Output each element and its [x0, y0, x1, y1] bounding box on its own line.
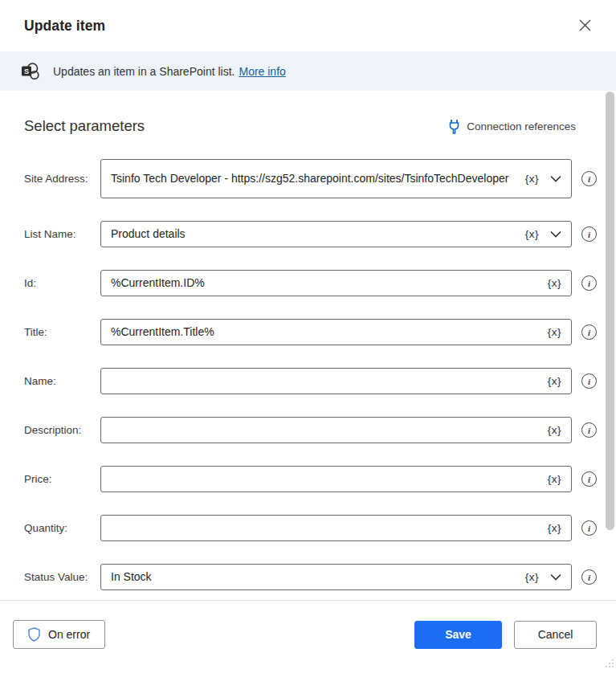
info-icon[interactable]: i [581, 471, 597, 487]
connection-references-button[interactable]: Connection references [449, 119, 576, 134]
update-item-dialog: Update item S Updates an item in a Share… [0, 0, 616, 673]
variable-picker-token[interactable]: {x} [546, 473, 563, 485]
dialog-content: Select parameters Connection references … [0, 91, 616, 590]
field-row-list-name: List Name: Product details {x} i [24, 221, 597, 247]
scrollbar-thumb[interactable] [606, 92, 614, 530]
quantity-input[interactable]: {x} [100, 515, 572, 541]
parameters-header: Select parameters Connection references [24, 117, 597, 135]
site-address-input[interactable]: Tsinfo Tech Developer - https://szg52.sh… [100, 159, 572, 198]
field-value: Product details [111, 226, 524, 242]
close-x-glyph [579, 19, 591, 31]
field-row-site-address: Site Address: Tsinfo Tech Developer - ht… [24, 159, 597, 198]
select-parameters-heading: Select parameters [24, 117, 145, 135]
status-value-label: Status Value: [24, 571, 100, 583]
variable-picker-token[interactable]: {x} [546, 326, 563, 338]
info-icon[interactable]: i [581, 226, 597, 242]
dialog-title: Update item [24, 18, 573, 35]
dialog-header: Update item [0, 0, 616, 51]
description-input[interactable]: {x} [100, 417, 572, 443]
svg-text:S: S [24, 67, 29, 75]
list-name-input[interactable]: Product details {x} [100, 221, 572, 247]
variable-picker-token[interactable]: {x} [546, 522, 563, 534]
field-row-quantity: Quantity: {x} i [24, 515, 597, 541]
id-input[interactable]: %CurrentItem.ID% {x} [100, 270, 572, 296]
status-value-input[interactable]: In Stock {x} [100, 564, 572, 590]
on-error-label: On error [48, 628, 90, 641]
name-input[interactable]: {x} [100, 368, 572, 394]
title-input[interactable]: %CurrentItem.Title% {x} [100, 319, 572, 345]
dialog-footer: On error Save Cancel [0, 601, 616, 673]
field-row-price: Price: {x} i [24, 466, 597, 492]
description-label: Description: [24, 424, 100, 436]
save-button[interactable]: Save [414, 621, 502, 649]
info-icon[interactable]: i [581, 171, 597, 186]
field-row-description: Description: {x} i [24, 417, 597, 443]
site-address-label: Site Address: [24, 173, 100, 185]
info-icon[interactable]: i [581, 275, 597, 291]
title-label: Title: [24, 326, 100, 338]
more-info-link[interactable]: More info [239, 65, 285, 78]
resize-grip-icon[interactable] [603, 657, 614, 671]
variable-picker-token[interactable]: {x} [546, 375, 563, 387]
field-row-name: Name: {x} i [24, 368, 597, 394]
info-icon[interactable]: i [581, 324, 597, 340]
info-icon[interactable]: i [581, 422, 597, 438]
shield-icon [28, 627, 40, 642]
info-icon[interactable]: i [581, 520, 597, 536]
field-row-title: Title: %CurrentItem.Title% {x} i [24, 319, 597, 345]
parameter-fields: Site Address: Tsinfo Tech Developer - ht… [24, 159, 597, 590]
info-icon[interactable]: i [581, 569, 597, 585]
field-row-status-value: Status Value: In Stock {x} i [24, 564, 597, 590]
info-bar: S Updates an item in a SharePoint list. … [0, 51, 616, 91]
field-row-id: Id: %CurrentItem.ID% {x} i [24, 270, 597, 296]
id-label: Id: [24, 277, 100, 289]
name-label: Name: [24, 375, 100, 387]
variable-picker-token[interactable]: {x} [546, 277, 563, 289]
field-value: %CurrentItem.ID% [111, 275, 546, 291]
field-value: %CurrentItem.Title% [111, 324, 546, 340]
variable-picker-token[interactable]: {x} [524, 571, 541, 583]
connection-references-label: Connection references [467, 120, 576, 133]
chevron-down-icon[interactable] [550, 230, 561, 238]
variable-picker-token[interactable]: {x} [546, 424, 563, 436]
on-error-button[interactable]: On error [13, 620, 105, 649]
field-value: Tsinfo Tech Developer - https://szg52.sh… [111, 171, 524, 186]
variable-picker-token[interactable]: {x} [524, 173, 541, 185]
chevron-down-icon[interactable] [550, 573, 561, 581]
chevron-down-icon[interactable] [550, 175, 561, 182]
quantity-label: Quantity: [24, 522, 100, 534]
info-icon[interactable]: i [581, 373, 597, 389]
cancel-button[interactable]: Cancel [514, 621, 597, 649]
sharepoint-icon: S [21, 61, 42, 82]
info-bar-text: Updates an item in a SharePoint list. [53, 65, 235, 78]
field-value: In Stock [111, 569, 524, 585]
variable-picker-token[interactable]: {x} [524, 228, 541, 240]
list-name-label: List Name: [24, 228, 100, 240]
price-label: Price: [24, 473, 100, 485]
close-icon[interactable] [573, 14, 597, 38]
plug-icon [449, 119, 459, 134]
price-input[interactable]: {x} [100, 466, 572, 492]
